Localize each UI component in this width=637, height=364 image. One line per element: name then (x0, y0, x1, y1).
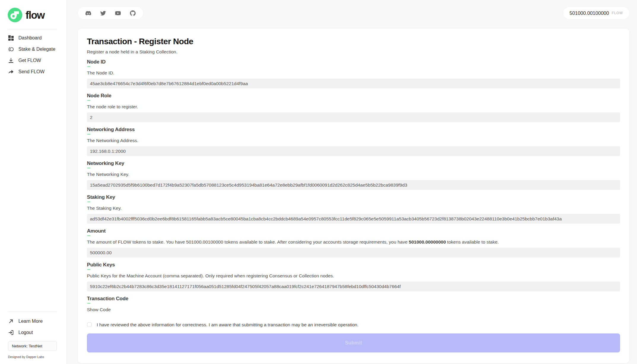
download-icon (8, 58, 14, 63)
field-help: The amount of FLOW tokens to stake. You … (87, 239, 620, 245)
sidebar-divider-top (8, 29, 57, 29)
node-role-input[interactable] (87, 112, 620, 122)
label-accent-bar (87, 269, 90, 270)
amount-input[interactable] (87, 248, 620, 257)
brand: flow (0, 0, 66, 22)
amount-help-after: tokens available to stake. (446, 239, 499, 244)
field-label: Networking Key (87, 160, 620, 166)
field-label: Transaction Code (87, 296, 620, 302)
sidebar-item-label: Stake & Delegate (18, 47, 55, 52)
amount-help-bold: 501000.00000000 (409, 239, 446, 244)
balance-currency-label: FLOW (612, 11, 623, 15)
page-title: Transaction - Register Node (87, 37, 620, 46)
sidebar-item-learn-more[interactable]: Learn More (0, 316, 66, 327)
amount-help-before: The amount of FLOW tokens to stake. You … (87, 239, 409, 244)
staking-key-input[interactable] (87, 214, 620, 224)
credit-text: Designed by Dapper Labs (8, 355, 66, 359)
field-amount: Amount The amount of FLOW tokens to stak… (87, 228, 620, 257)
social-links-pill (77, 7, 144, 20)
field-staking-key: Staking Key The Staking Key. (87, 194, 620, 224)
brand-wordmark: flow (26, 9, 45, 21)
sidebar-item-label: Dashboard (18, 35, 42, 41)
topbar: 501000.00100000 FLOW (77, 7, 630, 20)
submit-button[interactable]: Submit (87, 333, 620, 352)
public-keys-input[interactable] (87, 282, 620, 291)
field-transaction-code: Transaction Code Show Code (87, 296, 620, 312)
confirmation-text: I have reviewed the above information fo… (97, 322, 358, 328)
node-id-input[interactable] (87, 79, 620, 88)
field-help: The Networking Address. (87, 138, 620, 143)
balance-amount: 501000.00100000 (570, 10, 609, 16)
label-accent-bar (87, 303, 90, 304)
page-description: Register a node held in a Staking Collec… (87, 49, 620, 55)
field-label: Public Keys (87, 262, 620, 268)
field-public-keys: Public Keys Public Keys for the Machine … (87, 262, 620, 291)
field-label: Networking Address (87, 127, 620, 133)
sidebar-item-label: Logout (18, 330, 33, 335)
sidebar-item-label: Send FLOW (18, 69, 45, 74)
field-label: Node Role (87, 93, 620, 99)
label-accent-bar (87, 201, 90, 202)
main-area: 501000.00100000 FLOW Transaction - Regis… (67, 0, 637, 363)
field-node-role: Node Role The node role to register. (87, 93, 620, 122)
sidebar: flow Dashboard Stake & Delegate Get FLOW… (0, 0, 67, 364)
field-networking-key: Networking Key The Networking Key. (87, 160, 620, 190)
sidebar-item-stake-delegate[interactable]: Stake & Delegate (0, 44, 66, 55)
github-icon[interactable] (130, 10, 136, 16)
flow-logo-icon (8, 8, 22, 22)
field-help: The Staking Key. (87, 206, 620, 211)
label-accent-bar (87, 168, 90, 169)
send-icon (8, 69, 14, 75)
youtube-icon[interactable] (115, 10, 121, 16)
transaction-card: Transaction - Register Node Register a n… (77, 28, 630, 363)
sidebar-spacer (0, 77, 66, 304)
field-help: Public Keys for the Machine Account (com… (87, 273, 620, 279)
show-code-toggle[interactable]: Show Code (87, 307, 111, 312)
external-link-icon (8, 318, 14, 324)
sidebar-item-label: Learn More (18, 319, 43, 324)
field-help: The node role to register. (87, 104, 620, 109)
sidebar-divider-bottom (8, 311, 57, 311)
twitter-icon[interactable] (100, 10, 106, 16)
sidebar-item-label: Get FLOW (18, 58, 41, 63)
sidebar-item-dashboard[interactable]: Dashboard (0, 32, 66, 44)
sidebar-item-send-flow[interactable]: Send FLOW (0, 66, 66, 77)
confirmation-row: I have reviewed the above information fo… (87, 322, 620, 328)
field-label: Staking Key (87, 194, 620, 200)
field-node-id: Node ID The Node ID. (87, 59, 620, 88)
label-accent-bar (87, 235, 90, 236)
networking-key-input[interactable] (87, 180, 620, 190)
network-badge: Network: TestNet (8, 341, 57, 351)
field-help: The Node ID. (87, 70, 620, 76)
dashboard-icon (8, 35, 14, 41)
field-label: Node ID (87, 59, 620, 65)
logout-icon (8, 330, 14, 336)
networking-address-input[interactable] (87, 146, 620, 156)
field-help: The Networking Key. (87, 172, 620, 177)
field-label: Amount (87, 228, 620, 234)
discord-icon[interactable] (85, 10, 91, 16)
label-accent-bar (87, 66, 90, 67)
stake-icon (8, 46, 14, 52)
label-accent-bar (87, 134, 90, 135)
account-balance-pill: 501000.00100000 FLOW (563, 7, 630, 20)
field-networking-address: Networking Address The Networking Addres… (87, 127, 620, 156)
sidebar-item-get-flow[interactable]: Get FLOW (0, 55, 66, 66)
sidebar-item-logout[interactable]: Logout (0, 327, 66, 338)
confirmation-checkbox[interactable] (87, 322, 92, 327)
label-accent-bar (87, 100, 90, 101)
